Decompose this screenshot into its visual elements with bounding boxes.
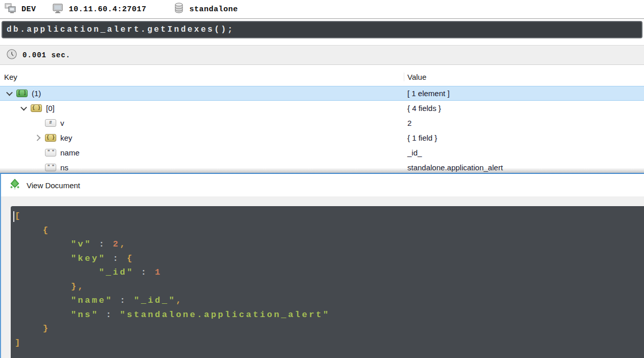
result-rows: [ ](1)[ 1 element ]{ }[0]{ 4 fields }#v2…: [0, 86, 644, 175]
row-key-cell: { }key: [0, 130, 72, 145]
json-line: "key" : {: [15, 252, 644, 266]
table-row[interactable]: { }[0]{ 4 fields }: [0, 101, 644, 116]
row-key-cell: " "name: [0, 145, 80, 160]
row-value: { 1 field }: [407, 130, 437, 145]
result-table: Key Value [ ](1)[ 1 element ]{ }[0]{ 4 f…: [0, 70, 644, 177]
row-key: key: [60, 133, 72, 142]
server-address: 10.11.60.4:27017: [69, 5, 147, 14]
row-key: v: [60, 119, 64, 127]
row-value: { 4 fields }: [407, 101, 441, 116]
status-bar: 0.001 sec.: [0, 45, 644, 65]
chevron-down-icon[interactable]: [4, 86, 14, 101]
row-key: (1): [32, 89, 41, 98]
query-text: db.application_alert.getIndexes();: [7, 25, 234, 34]
json-editor-content: [ { "v" : 2, "key" : { "_id" : 1 }, "nam…: [15, 209, 644, 350]
number-icon: #: [45, 119, 56, 127]
chevron-right-icon[interactable]: [33, 130, 43, 145]
row-value: 2: [407, 116, 411, 130]
table-row[interactable]: [ ](1)[ 1 element ]: [0, 86, 644, 101]
row-key: name: [60, 148, 80, 157]
table-row[interactable]: { }key{ 1 field }: [0, 130, 644, 145]
table-row[interactable]: #v2: [0, 116, 644, 130]
dialog-shadow: [0, 168, 644, 173]
row-key-cell: #v: [0, 116, 64, 130]
array-icon: [ ]: [16, 90, 28, 97]
breadcrumb: DEV 10.11.60.4:27017: [0, 0, 644, 19]
row-value: [ 1 element ]: [407, 86, 450, 101]
breadcrumb-database[interactable]: standalone: [173, 2, 238, 16]
json-editor[interactable]: [ { "v" : 2, "key" : { "_id" : 1 }, "nam…: [11, 206, 644, 358]
row-key: [0]: [46, 104, 55, 113]
execution-time: 0.001 sec.: [22, 51, 71, 59]
row-key-cell: { }[0]: [0, 101, 55, 116]
json-line: "v" : 2,: [15, 237, 644, 252]
table-header: Key Value: [0, 70, 644, 86]
server-icon: [52, 3, 64, 16]
json-line: "ns" : "standalone.application_alert": [15, 308, 644, 322]
database-name: standalone: [190, 5, 238, 14]
dialog-title: View Document: [27, 181, 80, 190]
column-header-key[interactable]: Key: [4, 73, 17, 81]
connection-icon: [4, 3, 16, 16]
table-row[interactable]: " "name_id_: [0, 145, 644, 160]
json-line: },: [15, 280, 644, 294]
view-document-dialog: View Document [ { "v" : 2, "key" : { "_i…: [0, 173, 644, 358]
document-leaf-icon: [9, 178, 20, 192]
object-icon: { }: [31, 104, 42, 112]
dialog-titlebar[interactable]: View Document: [1, 174, 644, 196]
json-line: ]: [15, 336, 644, 350]
json-line: "name" : "_id_",: [15, 294, 644, 308]
chevron-down-icon[interactable]: [18, 101, 29, 116]
text-cursor: [13, 211, 14, 222]
query-input[interactable]: db.application_alert.getIndexes();: [2, 21, 642, 38]
chevron-placeholder-icon: [33, 116, 43, 130]
breadcrumb-connection[interactable]: DEV: [4, 3, 36, 16]
json-line: }: [15, 322, 644, 336]
string-icon: " ": [45, 149, 56, 156]
json-line: "_id" : 1: [15, 265, 644, 280]
database-icon: [173, 2, 185, 16]
chevron-placeholder-icon: [33, 145, 43, 160]
json-line: [: [15, 209, 644, 223]
column-header-value[interactable]: Value: [404, 73, 426, 81]
row-key-cell: [ ](1): [0, 86, 41, 101]
object-icon: { }: [45, 134, 56, 142]
breadcrumb-server[interactable]: 10.11.60.4:27017: [52, 3, 147, 16]
json-line: {: [15, 223, 644, 238]
row-value: _id_: [407, 145, 422, 160]
app-window: DEV 10.11.60.4:27017: [0, 0, 644, 358]
connection-name: DEV: [21, 5, 36, 14]
clock-icon: [6, 49, 17, 62]
